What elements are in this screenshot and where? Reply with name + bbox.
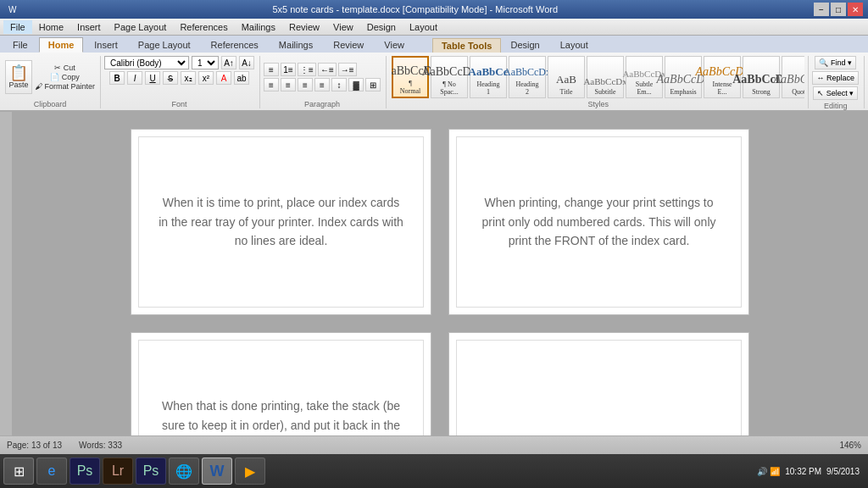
menu-references[interactable]: References: [173, 20, 234, 34]
ribbon-tabs: File Home Insert Page Layout References …: [0, 36, 868, 53]
style-heading1-button[interactable]: AaBbCc Heading 1: [470, 56, 507, 98]
tab-references[interactable]: References: [202, 37, 268, 53]
taskbar-ps-icon[interactable]: Ps: [70, 458, 100, 485]
shading-button[interactable]: ▓: [348, 78, 364, 92]
menu-file[interactable]: File: [3, 20, 32, 34]
menu-home[interactable]: Home: [32, 20, 70, 34]
ribbon-group-clipboard: 📋 Paste ✂ Cut 📄 Copy 🖌 Format Painter Cl…: [3, 56, 101, 108]
minimize-button[interactable]: −: [814, 3, 829, 16]
clock-date: 9/5/2013: [826, 467, 860, 476]
copy-button[interactable]: 📄 Copy: [35, 73, 95, 81]
align-left-button[interactable]: ≡: [264, 78, 279, 92]
multilevel-button[interactable]: ⋮≡: [298, 63, 316, 76]
maximize-button[interactable]: □: [831, 3, 846, 16]
tab-insert[interactable]: Insert: [85, 37, 127, 53]
style-heading1-preview: AaBbCc: [469, 65, 509, 79]
borders-button[interactable]: ⊞: [365, 78, 381, 92]
style-subtitle-button[interactable]: AaBbCcDx Subtitle: [587, 56, 624, 98]
replace-button[interactable]: ↔ Replace: [812, 71, 859, 85]
taskbar-word-icon[interactable]: W: [202, 458, 232, 485]
subscript-button[interactable]: x₂: [181, 71, 196, 85]
tab-layout[interactable]: Layout: [551, 37, 598, 53]
style-title-button[interactable]: AaB Title: [548, 56, 585, 98]
align-right-button[interactable]: ≡: [298, 78, 313, 92]
highlight-button[interactable]: ab: [234, 71, 249, 85]
style-quote-preview: AaBbCcDx: [774, 73, 805, 86]
card-2-text: When printing, change your print setting…: [475, 193, 723, 250]
editing-buttons: 🔍 Find ▾ ↔ Replace ↖ Select ▾: [812, 56, 859, 100]
tab-view[interactable]: View: [375, 37, 414, 53]
index-card-2[interactable]: When printing, change your print setting…: [448, 129, 749, 315]
taskbar-ps2-icon[interactable]: Ps: [136, 458, 166, 485]
menu-page-layout[interactable]: Page Layout: [108, 20, 174, 34]
start-button[interactable]: ⊞: [3, 458, 34, 485]
style-subtitle-label: Subtitle: [595, 88, 616, 96]
tab-table-tools[interactable]: Table Tools: [432, 38, 502, 53]
menu-design[interactable]: Design: [360, 20, 403, 34]
font-name-row: Calibri (Body) 11 A↑ A↓: [104, 56, 254, 69]
underline-button[interactable]: U: [145, 71, 160, 85]
text-color-button[interactable]: A: [216, 71, 231, 85]
font-label: Font: [104, 98, 254, 108]
menu-mailings[interactable]: Mailings: [235, 20, 282, 34]
tab-mailings[interactable]: Mailings: [270, 37, 322, 53]
tab-design[interactable]: Design: [501, 37, 548, 53]
clock-time: 10:32 PM: [785, 467, 821, 476]
tab-review[interactable]: Review: [324, 37, 373, 53]
decrease-indent-button[interactable]: ←≡: [318, 63, 337, 76]
style-heading1-label: Heading 1: [475, 80, 502, 96]
grow-font-button[interactable]: A↑: [221, 56, 236, 69]
tab-file[interactable]: File: [3, 37, 37, 53]
align-center-button[interactable]: ≡: [281, 78, 296, 92]
systray-icons: 🔊 📶: [757, 467, 780, 476]
ribbon-group-styles: AaBbCcDx ¶ Normal AaBbCcDx ¶ No Spac... …: [388, 56, 809, 108]
style-quote-button[interactable]: AaBbCcDx Quote: [782, 56, 804, 98]
style-heading2-label: Heading 2: [514, 80, 541, 96]
index-card-3[interactable]: When that is done printing, take the sta…: [131, 332, 431, 435]
find-button[interactable]: 🔍 Find ▾: [815, 56, 856, 69]
paste-label: Paste: [8, 80, 28, 89]
numbering-button[interactable]: 1≡: [281, 63, 296, 76]
style-emphasis-label: Emphasis: [670, 88, 696, 96]
line-spacing-button[interactable]: ↕: [331, 78, 347, 92]
tab-home[interactable]: Home: [39, 37, 84, 53]
format-painter-button[interactable]: 🖌 Format Painter: [35, 82, 95, 91]
ribbon-group-font: Calibri (Body) 11 A↑ A↓ B I U S̶ x₂ x² A: [103, 56, 260, 108]
index-card-4[interactable]: [448, 332, 749, 435]
clipboard-buttons: 📋 Paste ✂ Cut 📄 Copy 🖌 Format Painter: [5, 56, 95, 98]
taskbar-media-icon[interactable]: ▶: [235, 458, 265, 485]
paste-button[interactable]: 📋 Paste: [5, 60, 32, 94]
cut-button[interactable]: ✂ Cut: [35, 64, 95, 72]
ribbon-group-paragraph: ≡ 1≡ ⋮≡ ←≡ →≡ ≡ ≡ ≡ ≡ ↕ ▓ ⊞: [262, 56, 387, 108]
title-bar: W 5x5 note cards - template.docx [Compat…: [0, 0, 868, 19]
menu-view[interactable]: View: [326, 20, 360, 34]
cards-container: When it is time to print, place our inde…: [131, 129, 749, 419]
strikethrough-button[interactable]: S̶: [163, 71, 178, 85]
superscript-button[interactable]: x²: [198, 71, 214, 85]
taskbar: ⊞ e Ps Lr Ps 🌐 W ▶ 🔊 📶 10:32 PM 9/5/2013: [0, 454, 868, 488]
style-heading2-button[interactable]: AaBbCcDx Heading 2: [509, 56, 546, 98]
font-size-select[interactable]: 11: [192, 56, 219, 69]
font-name-select[interactable]: Calibri (Body): [104, 56, 189, 69]
taskbar-browser-icon[interactable]: 🌐: [169, 458, 199, 485]
close-button[interactable]: ✕: [848, 3, 863, 16]
shrink-font-button[interactable]: A↓: [239, 56, 254, 69]
style-no-spacing-button[interactable]: AaBbCcDx ¶ No Spac...: [431, 56, 468, 98]
style-quote-label: Quote: [792, 88, 804, 96]
style-subtitle-preview: AaBbCcDx: [583, 76, 626, 86]
increase-indent-button[interactable]: →≡: [338, 63, 357, 76]
taskbar-ie-icon[interactable]: e: [36, 458, 67, 485]
select-button[interactable]: ↖ Select ▾: [813, 86, 858, 100]
menu-layout[interactable]: Layout: [403, 20, 444, 34]
menu-review[interactable]: Review: [282, 20, 326, 34]
paragraph-label: Paragraph: [264, 98, 381, 108]
bullets-button[interactable]: ≡: [264, 63, 279, 76]
menu-insert[interactable]: Insert: [70, 20, 108, 34]
italic-button[interactable]: I: [127, 71, 142, 85]
window-controls: − □ ✕: [814, 3, 863, 16]
taskbar-lr-icon[interactable]: Lr: [103, 458, 133, 485]
index-card-1[interactable]: When it is time to print, place our inde…: [131, 129, 431, 315]
justify-button[interactable]: ≡: [314, 78, 330, 92]
bold-button[interactable]: B: [109, 71, 125, 85]
tab-page-layout[interactable]: Page Layout: [129, 37, 200, 53]
